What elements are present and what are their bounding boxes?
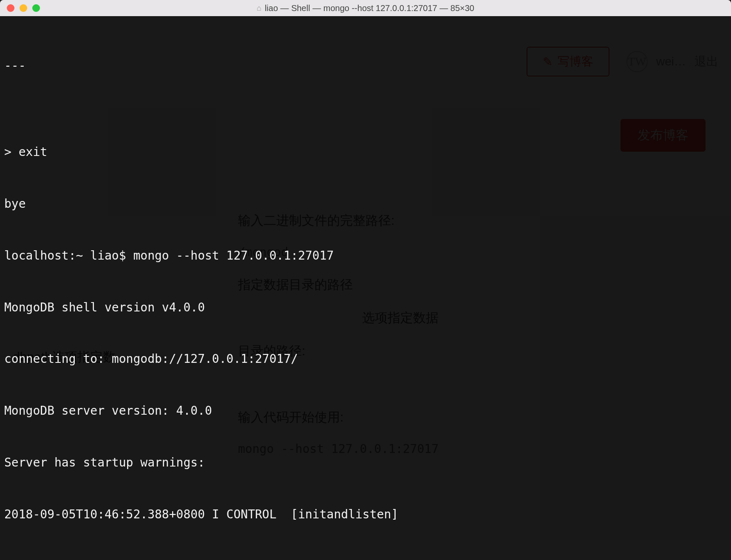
terminal-body[interactable]: --- > exit bye localhost:~ liao$ mongo -… xyxy=(0,16,731,560)
titlebar-title: ⌂ liao — Shell — mongo --host 127.0.0.1:… xyxy=(257,3,474,13)
traffic-lights xyxy=(7,4,40,12)
titlebar[interactable]: ⌂ liao — Shell — mongo --host 127.0.0.1:… xyxy=(0,0,731,16)
window-title-text: liao — Shell — mongo --host 127.0.0.1:27… xyxy=(265,3,474,13)
terminal-line: Server has startup warnings: xyxy=(4,454,727,472)
home-icon: ⌂ xyxy=(257,4,261,13)
close-button[interactable] xyxy=(7,4,14,12)
terminal-line: localhost:~ liao$ mongo --host 127.0.0.1… xyxy=(4,247,727,265)
minimize-button[interactable] xyxy=(20,4,27,12)
terminal-line: MongoDB server version: 4.0.0 xyxy=(4,402,727,420)
terminal-line: --- xyxy=(4,57,727,75)
terminal-line: 2018-09-05T10:46:52.388+0800 I CONTROL [… xyxy=(4,506,727,523)
maximize-button[interactable] xyxy=(32,4,40,12)
terminal-window: ⌂ liao — Shell — mongo --host 127.0.0.1:… xyxy=(0,0,731,560)
terminal-line: MongoDB shell version v4.0.0 xyxy=(4,299,727,317)
terminal-line: connecting to: mongodb://127.0.0.1:27017… xyxy=(4,351,727,368)
terminal-line: > exit xyxy=(4,144,727,161)
terminal-line: bye xyxy=(4,195,727,213)
terminal-line: 2018-09-05T10:46:52.388+0800 I CONTROL [… xyxy=(4,557,727,560)
